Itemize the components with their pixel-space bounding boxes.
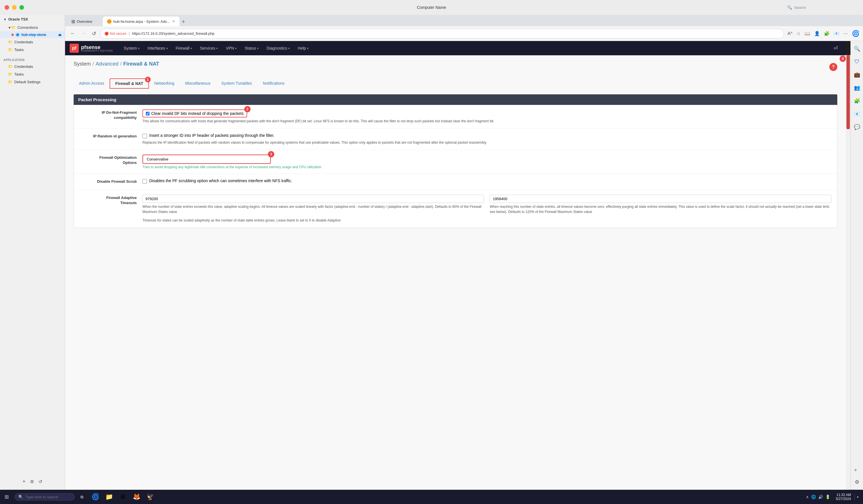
- reader-button[interactable]: 📖: [803, 30, 811, 37]
- reload-button[interactable]: ↺: [90, 29, 98, 38]
- taskbar-app-firefox[interactable]: 🦊: [130, 491, 143, 502]
- address-bar[interactable]: 🔴 Not secure | https://172.16.0.20/syste…: [100, 29, 784, 38]
- tab-miscellaneous[interactable]: Miscellaneous: [180, 78, 216, 89]
- taskbar-search-input[interactable]: [25, 495, 71, 499]
- breadcrumb-firewall-nat: Firewall & NAT: [123, 61, 159, 67]
- sidebar-app-tasks[interactable]: 📁 Tasks: [0, 70, 65, 78]
- show-desktop-button[interactable]: ▪: [854, 493, 861, 500]
- rs-puzzle-icon[interactable]: 🧩: [853, 96, 861, 105]
- page-content: System / Advanced / Firewall & NAT ? Adm…: [65, 55, 846, 490]
- rs-plus-icon[interactable]: ＋: [852, 466, 859, 474]
- checkbox-wrap-dnf: Clear invalid DF bits instead of droppin…: [142, 109, 247, 117]
- adaptive-timeouts-inputs: When the number of state entries exceeds…: [142, 195, 831, 215]
- tab-hub-step-stone[interactable]: 🟠 hub-fw.home.arpa - System: Adv... ✕: [103, 16, 179, 26]
- system-arrow: ▾: [138, 47, 140, 50]
- sidebar-gear-button[interactable]: ⚙: [30, 479, 34, 484]
- taskbar-search-bar[interactable]: 🔍: [14, 493, 75, 501]
- dnf-checkbox[interactable]: [146, 112, 150, 115]
- rs-gear-icon[interactable]: ⚙: [853, 478, 860, 486]
- nav-vpn[interactable]: VPN▾: [222, 41, 240, 55]
- pfsense-edition: COMMUNITY EDITION: [81, 49, 113, 52]
- firewall-arrow: ▾: [191, 47, 192, 50]
- sidebar-tasks[interactable]: 📁 Tasks: [0, 46, 65, 54]
- sidebar-app-credentials[interactable]: 📁 Credentials: [0, 63, 65, 70]
- window-controls[interactable]: [4, 5, 24, 10]
- sidebar-oracle-tsx[interactable]: ▼ Oracle TSX: [0, 15, 65, 24]
- adaptive-start-input[interactable]: [142, 195, 484, 203]
- tab-overview[interactable]: ⊞ Overview: [67, 16, 102, 26]
- explorer-taskbar-icon: 📁: [105, 493, 113, 501]
- tab-networking[interactable]: Networking: [149, 78, 180, 89]
- tray-volume-icon[interactable]: 🔊: [818, 495, 823, 499]
- rs-shield-icon[interactable]: 🛡: [853, 57, 861, 66]
- pfsense-scrollbar[interactable]: [846, 55, 850, 490]
- random-id-checkbox[interactable]: [142, 134, 147, 138]
- nav-diagnostics[interactable]: Diagnostics▾: [263, 41, 294, 55]
- nav-firewall[interactable]: Firewall▾: [172, 41, 196, 55]
- sidebar-default-settings[interactable]: 📁 Default Settings: [0, 78, 65, 86]
- bookmark-button[interactable]: ☆: [795, 30, 802, 37]
- minimize-button[interactable]: [12, 5, 16, 10]
- badge-3: 3: [268, 151, 274, 157]
- row-adaptive-timeouts: Firewall AdaptiveTimeouts When the numbe…: [74, 190, 837, 228]
- taskbar-app-misc[interactable]: 🦅: [144, 491, 157, 502]
- extensions-button[interactable]: 🧩: [823, 30, 831, 37]
- nav-status[interactable]: Status▾: [240, 41, 263, 55]
- badge-4: 4: [840, 55, 846, 62]
- tab-system-tunables[interactable]: System Tunables: [216, 78, 257, 89]
- help-arrow: ▾: [307, 47, 309, 50]
- task-view-button[interactable]: ⧉: [78, 493, 86, 501]
- taskbar-app-edge[interactable]: 🌀: [89, 491, 102, 502]
- taskbar-clock[interactable]: 11:32 AM 5/27/2024: [834, 493, 853, 501]
- profile-button[interactable]: 👤: [813, 30, 821, 37]
- close-button[interactable]: [4, 5, 9, 10]
- windows-start-button[interactable]: ⊞: [2, 493, 11, 501]
- nav-help[interactable]: Help▾: [294, 41, 312, 55]
- sidebar-bottom-buttons: + ⚙ ↺: [0, 476, 65, 487]
- maximize-button[interactable]: [20, 5, 24, 10]
- connection-icon: 🔷: [15, 33, 20, 37]
- fw-optimization-select[interactable]: Conservative Normal Aggressive High-late…: [143, 155, 270, 163]
- tray-network-icon[interactable]: 🌐: [811, 495, 816, 499]
- tab-close-button[interactable]: ✕: [172, 19, 175, 24]
- rs-outlook-icon[interactable]: 📧: [853, 110, 861, 118]
- taskbar-search-icon: 🔍: [18, 495, 23, 499]
- rs-teams-icon[interactable]: 💬: [853, 123, 861, 131]
- forward-button[interactable]: →: [79, 29, 88, 38]
- font-button[interactable]: Aᴬ: [786, 30, 794, 37]
- breadcrumb-advanced[interactable]: Advanced: [96, 61, 118, 67]
- help-icon-button[interactable]: ?: [829, 63, 837, 71]
- nav-services[interactable]: Services▾: [196, 41, 222, 55]
- rs-briefcase-icon[interactable]: 💼: [853, 70, 861, 79]
- sidebar-hub-step-stone[interactable]: 🔷 hub-step-stone ⏏: [0, 31, 65, 38]
- label-fw-optimization: Firewall OptimizationOptions: [79, 155, 142, 165]
- tab-admin-access[interactable]: Admin Access: [74, 78, 110, 89]
- back-button[interactable]: ←: [68, 29, 77, 38]
- outlook-button[interactable]: 📧: [833, 30, 840, 37]
- nav-interfaces[interactable]: Interfaces▾: [143, 41, 172, 55]
- new-tab-button[interactable]: +: [179, 17, 188, 26]
- rs-search-icon[interactable]: 🔍: [853, 44, 861, 53]
- sidebar-refresh-button[interactable]: ↺: [38, 479, 42, 484]
- taskbar-app-explorer[interactable]: 📁: [103, 491, 115, 502]
- row-disable-scrub: Disable Firewall Scrub Disables the PF s…: [74, 174, 837, 190]
- tray-up-icon[interactable]: ∧: [806, 495, 809, 499]
- taskbar-app-terminal[interactable]: 🖥: [116, 491, 129, 502]
- tab-firewall-nat[interactable]: Firewall & NAT 1: [110, 78, 149, 89]
- rs-people-icon[interactable]: 👥: [853, 83, 861, 92]
- label-disable-scrub: Disable Firewall Scrub: [79, 179, 142, 184]
- disable-scrub-checkbox[interactable]: [142, 179, 147, 184]
- adaptive-end-input[interactable]: [490, 195, 831, 203]
- tab-notifications[interactable]: Notifications: [258, 78, 290, 89]
- fw-optimization-help: Tries to avoid dropping any legitimate i…: [142, 165, 831, 169]
- more-button[interactable]: ⋯: [842, 30, 849, 37]
- scrollbar-thumb[interactable]: [847, 55, 850, 129]
- sidebar-credentials[interactable]: 📁 Credentials: [0, 38, 65, 46]
- logout-button[interactable]: ⏎: [830, 45, 841, 51]
- label-ip-random-id: IP Random id generation: [79, 133, 142, 139]
- nav-system[interactable]: System▾: [120, 41, 143, 55]
- sidebar-plus-button[interactable]: +: [23, 479, 26, 484]
- credentials-icon: 📁: [8, 40, 13, 44]
- dnf-checkbox-box: Clear invalid DF bits instead of droppin…: [142, 109, 247, 117]
- sidebar-connections[interactable]: ▼ 📁 Connections: [0, 24, 65, 31]
